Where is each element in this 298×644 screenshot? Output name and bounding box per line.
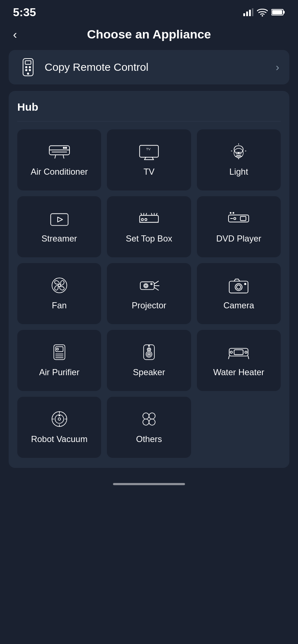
svg-marker-38 bbox=[58, 217, 63, 222]
back-button[interactable]: ‹ bbox=[13, 27, 17, 41]
set-top-box-icon bbox=[137, 210, 161, 227]
svg-point-4 bbox=[262, 15, 263, 17]
svg-line-18 bbox=[63, 156, 64, 158]
svg-rect-3 bbox=[252, 8, 253, 16]
svg-point-60 bbox=[151, 284, 152, 285]
svg-point-94 bbox=[59, 415, 60, 416]
svg-rect-6 bbox=[283, 11, 285, 14]
fan-icon bbox=[48, 277, 71, 294]
svg-point-76 bbox=[148, 349, 150, 350]
hub-label: Hub bbox=[17, 101, 281, 113]
svg-point-95 bbox=[143, 413, 149, 419]
svg-point-48 bbox=[145, 218, 147, 221]
appliance-item-others[interactable]: Others bbox=[107, 397, 191, 458]
appliance-item-robot-vacuum[interactable]: Robot Vacuum bbox=[17, 397, 101, 458]
fan-label: Fan bbox=[52, 300, 67, 311]
appliance-item-camera[interactable]: Camera bbox=[197, 263, 281, 324]
svg-point-54 bbox=[233, 212, 234, 213]
page-title: Choose an Appliance bbox=[87, 27, 211, 41]
svg-point-88 bbox=[58, 418, 60, 420]
appliance-item-air-purifier[interactable]: Air Purifier bbox=[17, 330, 101, 391]
camera-icon bbox=[227, 277, 250, 294]
light-icon bbox=[227, 143, 250, 160]
speaker-label: Speaker bbox=[133, 367, 165, 378]
others-label: Others bbox=[136, 433, 162, 445]
appliance-item-dvd-player[interactable]: DVD Player bbox=[197, 196, 281, 257]
svg-line-83 bbox=[229, 356, 229, 359]
svg-line-24 bbox=[144, 157, 146, 160]
status-time: 5:35 bbox=[13, 6, 36, 19]
svg-point-96 bbox=[149, 413, 155, 419]
speaker-icon bbox=[137, 344, 161, 361]
appliance-item-light[interactable]: Light bbox=[197, 129, 281, 190]
tv-label: TV bbox=[144, 166, 155, 177]
svg-point-52 bbox=[234, 218, 236, 220]
appliance-item-set-top-box[interactable]: Set Top Box bbox=[107, 196, 191, 257]
tv-icon: TV bbox=[137, 143, 161, 160]
appliance-item-fan[interactable]: Fan bbox=[17, 263, 101, 324]
streamer-label: Streamer bbox=[41, 233, 77, 244]
svg-point-47 bbox=[141, 218, 144, 221]
status-bar: 5:35 bbox=[0, 0, 298, 22]
svg-point-98 bbox=[149, 419, 155, 425]
svg-point-70 bbox=[57, 348, 58, 350]
svg-point-19 bbox=[65, 147, 67, 149]
header: ‹ Choose an Appliance bbox=[0, 22, 298, 50]
appliance-item-water-heater[interactable]: Water Heater bbox=[197, 330, 281, 391]
svg-point-85 bbox=[230, 351, 232, 354]
projector-icon bbox=[137, 277, 161, 294]
copy-remote-card[interactable]: Copy Remote Control › bbox=[9, 50, 289, 84]
svg-line-61 bbox=[154, 281, 159, 284]
svg-point-58 bbox=[144, 284, 148, 288]
appliance-item-tv[interactable]: TV TV bbox=[107, 129, 191, 190]
svg-point-66 bbox=[237, 285, 241, 289]
appliance-item-speaker[interactable]: Speaker bbox=[107, 330, 191, 391]
svg-point-20 bbox=[63, 147, 64, 149]
svg-line-25 bbox=[152, 157, 154, 160]
svg-point-13 bbox=[29, 69, 31, 71]
water-heater-label: Water Heater bbox=[213, 367, 264, 378]
svg-rect-82 bbox=[234, 350, 243, 355]
appliance-item-projector[interactable]: Projector bbox=[107, 263, 191, 324]
svg-point-56 bbox=[58, 284, 60, 287]
appliance-grid: Air Conditioner TV TV Light Streamer Set… bbox=[17, 129, 281, 458]
signal-icon bbox=[243, 8, 253, 16]
svg-point-80 bbox=[148, 345, 149, 346]
appliance-item-air-conditioner[interactable]: Air Conditioner bbox=[17, 129, 101, 190]
svg-point-14 bbox=[27, 73, 29, 74]
svg-line-84 bbox=[248, 356, 249, 359]
water-heater-icon bbox=[227, 344, 250, 361]
svg-rect-0 bbox=[243, 13, 245, 16]
svg-rect-2 bbox=[249, 10, 251, 16]
others-icon bbox=[137, 410, 161, 428]
battery-icon bbox=[271, 9, 285, 16]
home-bar bbox=[0, 477, 298, 489]
home-bar-line bbox=[113, 483, 185, 485]
air-purifier-icon bbox=[48, 344, 71, 361]
svg-point-32 bbox=[238, 153, 239, 153]
remote-icon bbox=[19, 58, 37, 77]
projector-label: Projector bbox=[132, 300, 166, 311]
svg-point-12 bbox=[26, 69, 27, 71]
camera-label: Camera bbox=[224, 300, 254, 311]
air-purifier-label: Air Purifier bbox=[39, 367, 80, 378]
air-conditioner-icon bbox=[48, 143, 71, 160]
status-icons bbox=[243, 8, 285, 17]
svg-point-97 bbox=[143, 419, 149, 425]
svg-point-86 bbox=[245, 351, 247, 354]
dvd-player-icon bbox=[227, 210, 250, 227]
streamer-icon bbox=[48, 210, 71, 227]
copy-remote-label: Copy Remote Control bbox=[45, 61, 148, 73]
robot-vacuum-icon bbox=[48, 410, 71, 428]
robot-vacuum-label: Robot Vacuum bbox=[31, 433, 87, 445]
air-conditioner-label: Air Conditioner bbox=[31, 166, 88, 177]
svg-point-79 bbox=[148, 354, 149, 355]
svg-point-67 bbox=[245, 284, 246, 285]
svg-point-75 bbox=[147, 348, 151, 351]
svg-point-87 bbox=[52, 412, 67, 427]
appliance-item-streamer[interactable]: Streamer bbox=[17, 196, 101, 257]
svg-rect-9 bbox=[25, 61, 31, 64]
svg-rect-7 bbox=[272, 10, 282, 14]
svg-point-59 bbox=[145, 285, 147, 287]
svg-point-10 bbox=[26, 66, 27, 68]
